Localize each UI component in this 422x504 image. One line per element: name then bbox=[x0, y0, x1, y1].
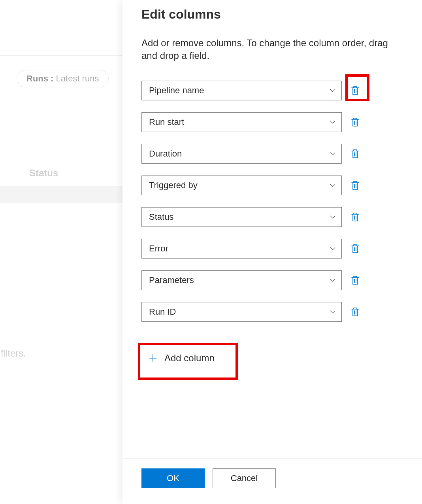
column-row: Parameters bbox=[141, 270, 403, 290]
chevron-down-icon bbox=[330, 214, 336, 220]
trash-icon bbox=[351, 275, 360, 285]
delete-column-button[interactable] bbox=[350, 242, 361, 255]
column-row: Status bbox=[141, 207, 403, 227]
trash-icon bbox=[351, 149, 360, 159]
select-label: Parameters bbox=[149, 275, 194, 285]
select-label: Run ID bbox=[149, 307, 176, 317]
column-row: Run ID bbox=[141, 302, 403, 322]
column-header-status: Status bbox=[29, 168, 58, 179]
trash-icon bbox=[351, 212, 360, 222]
delete-column-button[interactable] bbox=[350, 84, 361, 97]
column-row: Duration bbox=[141, 144, 403, 164]
delete-column-button[interactable] bbox=[350, 147, 361, 160]
column-select-duration[interactable]: Duration bbox=[141, 144, 342, 164]
panel-footer: OK Cancel bbox=[122, 459, 422, 504]
trash-icon bbox=[351, 180, 360, 191]
chevron-down-icon bbox=[330, 87, 336, 94]
column-row: Triggered by bbox=[141, 176, 403, 195]
select-label: Triggered by bbox=[149, 180, 198, 191]
selected-row-bg bbox=[0, 186, 122, 203]
chevron-down-icon bbox=[330, 277, 336, 283]
column-select-parameters[interactable]: Parameters bbox=[141, 270, 342, 290]
chevron-down-icon bbox=[330, 151, 336, 157]
chevron-down-icon bbox=[330, 119, 336, 125]
column-select-run-start[interactable]: Run start bbox=[141, 112, 342, 132]
chevron-down-icon bbox=[330, 245, 336, 252]
filter-pill-value: Latest runs bbox=[56, 74, 99, 83]
select-label: Error bbox=[149, 244, 168, 254]
select-label: Run start bbox=[149, 117, 184, 127]
select-label: Duration bbox=[149, 149, 182, 159]
plus-icon bbox=[149, 354, 157, 362]
column-row: Run start bbox=[141, 112, 403, 132]
column-select-run-id[interactable]: Run ID bbox=[141, 302, 342, 322]
delete-column-button[interactable] bbox=[350, 306, 361, 318]
delete-column-button[interactable] bbox=[350, 274, 361, 287]
column-row: Error bbox=[141, 239, 403, 259]
edit-columns-panel: Edit columns Add or remove columns. To c… bbox=[122, 0, 422, 504]
trash-icon bbox=[351, 85, 360, 96]
delete-column-button[interactable] bbox=[350, 179, 361, 192]
trash-icon bbox=[351, 307, 360, 317]
panel-title: Edit columns bbox=[141, 7, 403, 22]
panel-body: Edit columns Add or remove columns. To c… bbox=[122, 0, 422, 459]
divider bbox=[0, 55, 122, 56]
delete-column-button[interactable] bbox=[350, 116, 361, 128]
column-select-pipeline-name[interactable]: Pipeline name bbox=[141, 81, 342, 100]
trash-icon bbox=[351, 117, 360, 127]
filter-pill-runs[interactable]: Runs : Latest runs bbox=[17, 70, 109, 87]
column-row: Pipeline name bbox=[141, 81, 403, 100]
panel-description: Add or remove columns. To change the col… bbox=[141, 37, 403, 62]
column-list: Pipeline name Run start bbox=[141, 81, 403, 322]
ok-button[interactable]: OK bbox=[141, 468, 205, 488]
column-select-triggered-by[interactable]: Triggered by bbox=[141, 176, 342, 195]
filter-pill-label: Runs : bbox=[26, 74, 56, 83]
column-select-error[interactable]: Error bbox=[141, 239, 342, 259]
filters-text-fragment: filters. bbox=[1, 348, 26, 359]
delete-column-button[interactable] bbox=[350, 211, 361, 223]
column-select-status[interactable]: Status bbox=[141, 207, 342, 227]
add-column-button[interactable]: Add column bbox=[141, 349, 222, 368]
chevron-down-icon bbox=[330, 182, 336, 189]
cancel-button[interactable]: Cancel bbox=[213, 468, 276, 488]
background-layer: Runs : Latest runs Status filters. bbox=[0, 0, 122, 504]
chevron-down-icon bbox=[330, 309, 336, 315]
select-label: Pipeline name bbox=[149, 85, 204, 96]
select-label: Status bbox=[149, 212, 173, 222]
trash-icon bbox=[351, 244, 360, 254]
add-column-label: Add column bbox=[164, 353, 215, 364]
